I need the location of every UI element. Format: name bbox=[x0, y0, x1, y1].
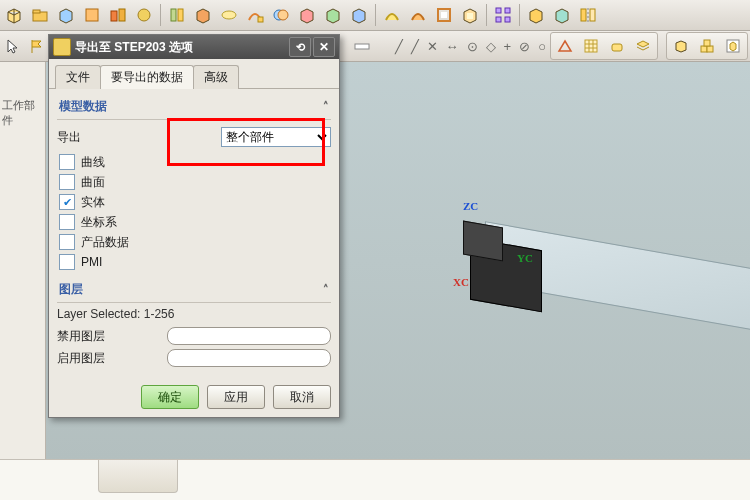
curve-yellow-icon[interactable] bbox=[380, 3, 404, 27]
toolbar-separator bbox=[160, 4, 161, 26]
svg-rect-7 bbox=[178, 9, 183, 21]
snap-mid-icon[interactable]: ╱ bbox=[411, 39, 419, 54]
snap-toolbar: ╱ ╱ ✕ ↔ ⊙ ◇ + ⊘ ○ bbox=[385, 39, 546, 54]
left-panel-label: 工作部件 bbox=[0, 62, 45, 164]
apply-button[interactable]: 应用 bbox=[207, 385, 265, 409]
checkbox-icon bbox=[59, 234, 75, 250]
section-model-data[interactable]: 模型数据 ˄ bbox=[57, 93, 331, 120]
tool-icon-2[interactable] bbox=[106, 3, 130, 27]
snap-node-icon[interactable]: ○ bbox=[538, 39, 546, 54]
model-block-top bbox=[463, 220, 503, 261]
extrude-icon[interactable] bbox=[191, 3, 215, 27]
snap-intersect-icon[interactable]: ✕ bbox=[427, 39, 438, 54]
check-solid-label: 实体 bbox=[81, 194, 105, 211]
box-icon[interactable] bbox=[54, 3, 78, 27]
checkbox-checked-icon: ✔ bbox=[59, 194, 75, 210]
export-scope-select[interactable]: 整个部件 bbox=[221, 127, 331, 147]
bottom-stub bbox=[98, 460, 178, 493]
sweep-icon[interactable] bbox=[243, 3, 267, 27]
new-icon[interactable] bbox=[2, 3, 26, 27]
shell-icon[interactable] bbox=[432, 3, 456, 27]
cubes-yellow-icon[interactable] bbox=[669, 34, 693, 58]
disable-layer-label: 禁用图层 bbox=[57, 328, 147, 345]
curve-orange-icon[interactable] bbox=[406, 3, 430, 27]
view-group-1 bbox=[550, 32, 658, 60]
wave-icon[interactable] bbox=[550, 3, 574, 27]
svg-rect-30 bbox=[707, 46, 713, 52]
cube-window-icon[interactable] bbox=[721, 34, 745, 58]
svg-rect-18 bbox=[505, 17, 510, 22]
check-product-data-label: 产品数据 bbox=[81, 234, 129, 251]
tab-data[interactable]: 要导出的数据 bbox=[100, 65, 194, 89]
check-pmi[interactable]: PMI bbox=[59, 252, 331, 272]
tool-icon-1[interactable] bbox=[80, 3, 104, 27]
snap-perp-icon[interactable]: ↔ bbox=[446, 39, 459, 54]
dialog-close-button[interactable]: ✕ bbox=[313, 37, 335, 57]
ruler-icon[interactable] bbox=[351, 34, 373, 58]
svg-point-11 bbox=[278, 10, 288, 20]
svg-rect-28 bbox=[612, 44, 622, 51]
view-group-2 bbox=[666, 32, 748, 60]
svg-point-8 bbox=[222, 11, 236, 19]
toolbar-row-1 bbox=[0, 0, 750, 31]
cubes-stack-icon[interactable] bbox=[695, 34, 719, 58]
cube-blue-icon[interactable] bbox=[347, 3, 371, 27]
check-csys-label: 坐标系 bbox=[81, 214, 117, 231]
revolve-icon[interactable] bbox=[217, 3, 241, 27]
check-curve-label: 曲线 bbox=[81, 154, 105, 171]
snap-quad-icon[interactable]: ◇ bbox=[486, 39, 496, 54]
cube-green-icon[interactable] bbox=[321, 3, 345, 27]
check-product-data[interactable]: 产品数据 bbox=[59, 232, 331, 252]
datum-icon[interactable] bbox=[165, 3, 189, 27]
pointer-icon[interactable] bbox=[2, 34, 24, 58]
toolbar-separator bbox=[486, 4, 487, 26]
disable-layer-input[interactable] bbox=[167, 327, 331, 345]
cube-red-icon[interactable] bbox=[295, 3, 319, 27]
layers-icon[interactable] bbox=[631, 34, 655, 58]
svg-rect-3 bbox=[111, 11, 117, 21]
check-pmi-label: PMI bbox=[81, 255, 102, 269]
svg-rect-19 bbox=[581, 9, 586, 21]
enable-layer-label: 启用图层 bbox=[57, 350, 147, 367]
mirror-icon[interactable] bbox=[576, 3, 600, 27]
chevron-up-icon: ˄ bbox=[323, 283, 329, 296]
tab-advanced[interactable]: 高级 bbox=[193, 65, 239, 89]
check-surface-label: 曲面 bbox=[81, 174, 105, 191]
svg-rect-9 bbox=[258, 17, 263, 22]
grid-icon[interactable] bbox=[579, 34, 603, 58]
pattern-icon[interactable] bbox=[491, 3, 515, 27]
teapot-icon[interactable] bbox=[605, 34, 629, 58]
check-surface[interactable]: 曲面 bbox=[59, 172, 331, 192]
snap-tangent-icon[interactable]: ⊘ bbox=[519, 39, 530, 54]
svg-rect-22 bbox=[355, 44, 369, 49]
unite-icon[interactable] bbox=[269, 3, 293, 27]
tab-file[interactable]: 文件 bbox=[55, 65, 101, 89]
tool-icon-3[interactable] bbox=[132, 3, 156, 27]
assembly-icon[interactable] bbox=[524, 3, 548, 27]
snap-end-icon[interactable]: ╱ bbox=[395, 39, 403, 54]
bottom-bar bbox=[0, 459, 750, 500]
svg-rect-21 bbox=[590, 9, 595, 21]
toolbar-separator bbox=[519, 4, 520, 26]
check-solid[interactable]: ✔ 实体 bbox=[59, 192, 331, 212]
flag-icon[interactable] bbox=[26, 34, 48, 58]
dialog-titlebar[interactable]: 导出至 STEP203 选项 ⟲ ✕ bbox=[49, 35, 339, 59]
snap-center-icon[interactable]: ⊙ bbox=[467, 39, 478, 54]
layer-selected-text: Layer Selected: 1-256 bbox=[57, 307, 331, 321]
dialog-body: 模型数据 ˄ 导出 整个部件 曲线 曲面 ✔ 实体 坐标系 产品数据 bbox=[49, 88, 339, 417]
snap-point-icon[interactable]: + bbox=[504, 39, 512, 54]
enable-layer-row: 启用图层 bbox=[57, 347, 331, 369]
svg-rect-6 bbox=[171, 9, 176, 21]
dialog-undo-button[interactable]: ⟲ bbox=[289, 37, 311, 57]
ok-button[interactable]: 确定 bbox=[141, 385, 199, 409]
enable-layer-input[interactable] bbox=[167, 349, 331, 367]
svg-rect-2 bbox=[86, 9, 98, 21]
offset-icon[interactable] bbox=[458, 3, 482, 27]
check-curve[interactable]: 曲线 bbox=[59, 152, 331, 172]
check-csys[interactable]: 坐标系 bbox=[59, 212, 331, 232]
section-model-data-label: 模型数据 bbox=[59, 98, 107, 115]
triangle-icon[interactable] bbox=[553, 34, 577, 58]
open-icon[interactable] bbox=[28, 3, 52, 27]
cancel-button[interactable]: 取消 bbox=[273, 385, 331, 409]
section-layer[interactable]: 图层 ˄ bbox=[57, 276, 331, 303]
